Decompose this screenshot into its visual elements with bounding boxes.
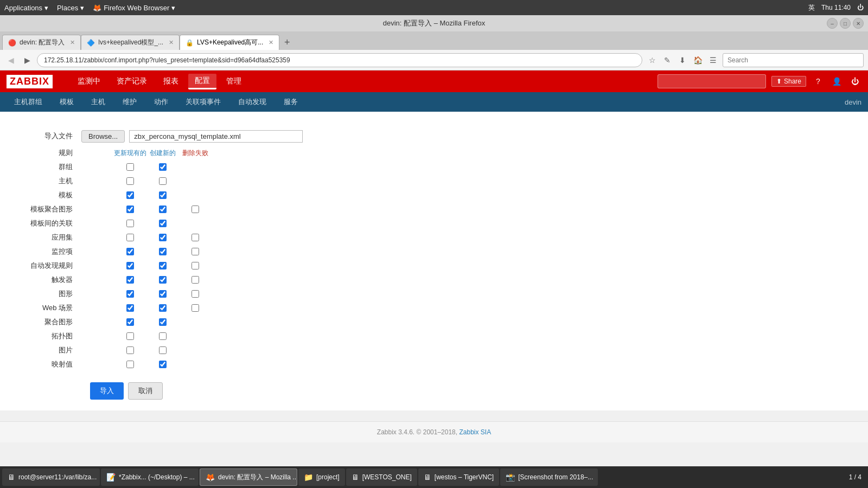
close-button[interactable]: ✕ bbox=[853, 18, 864, 29]
new-tab-button[interactable]: + bbox=[279, 35, 295, 50]
graphs-create-cb[interactable] bbox=[159, 290, 167, 298]
tlinks-update-cb[interactable] bbox=[126, 220, 134, 227]
tscreens-delete-cb[interactable] bbox=[192, 206, 199, 213]
sec-nav-hosts[interactable]: 主机 bbox=[84, 95, 113, 109]
logout-icon[interactable]: ⏻ bbox=[848, 75, 861, 88]
cancel-button[interactable]: 取消 bbox=[128, 382, 163, 400]
images-update-cb[interactable] bbox=[126, 346, 134, 354]
url-input[interactable] bbox=[37, 53, 642, 67]
task-westos-icon: 🖥 bbox=[352, 473, 359, 481]
sec-nav-maintenance[interactable]: 维护 bbox=[115, 95, 144, 109]
user-icon[interactable]: 👤 bbox=[830, 75, 843, 88]
groups-create-cb[interactable] bbox=[159, 163, 167, 171]
items-delete-cb[interactable] bbox=[192, 248, 199, 255]
row-maps: 拓扑图 bbox=[16, 329, 852, 343]
task-terminal[interactable]: 🖥 root@server11:/var/lib/za... bbox=[2, 468, 100, 486]
hosts-create-cb[interactable] bbox=[159, 177, 167, 185]
menu-icon[interactable]: ☰ bbox=[706, 54, 719, 67]
tlinks-create-cb[interactable] bbox=[159, 220, 167, 227]
nav-reports[interactable]: 报表 bbox=[157, 74, 185, 88]
sec-nav-services[interactable]: 服务 bbox=[276, 95, 305, 109]
minimize-button[interactable]: – bbox=[827, 18, 838, 29]
col-header-delete[interactable]: 删除失败 bbox=[179, 149, 212, 158]
graphs-create-cell bbox=[146, 290, 179, 298]
items-update-cb[interactable] bbox=[126, 248, 134, 255]
hosts-update-cb[interactable] bbox=[126, 177, 134, 185]
firefox-menu[interactable]: 🦊 Firefox Web Browser ▾ bbox=[93, 4, 175, 12]
nav-monitoring[interactable]: 监测中 bbox=[71, 74, 107, 88]
tab-3[interactable]: 🔒 LVS+Keepalived高可... ✕ bbox=[180, 35, 279, 50]
web-create-cb[interactable] bbox=[159, 304, 167, 312]
bookmark-edit-icon[interactable]: ✎ bbox=[661, 54, 674, 67]
footer-text: Zabbix 3.4.6. © 2001–2018, bbox=[377, 428, 457, 436]
zabbix-logo-box: ZABBIX bbox=[7, 75, 53, 88]
nav-configuration[interactable]: 配置 bbox=[188, 74, 216, 89]
templates-create-cb[interactable] bbox=[159, 191, 167, 199]
vmap-create-cb[interactable] bbox=[159, 361, 167, 368]
task-editor[interactable]: 📝 *Zabbix... (~/Desktop) – ... bbox=[101, 468, 199, 486]
forward-button[interactable]: ▶ bbox=[21, 54, 34, 67]
sec-nav-correlation[interactable]: 关联项事件 bbox=[178, 95, 228, 109]
web-delete-cb[interactable] bbox=[192, 304, 199, 312]
maps-create-cb[interactable] bbox=[159, 332, 167, 340]
nav-inventory[interactable]: 资产记录 bbox=[110, 74, 154, 88]
tscreens-update-cb[interactable] bbox=[126, 206, 134, 213]
import-button[interactable]: 导入 bbox=[90, 382, 124, 400]
screens-create-cb[interactable] bbox=[159, 318, 167, 326]
trig-create-cb[interactable] bbox=[159, 276, 167, 284]
help-icon[interactable]: ? bbox=[812, 75, 825, 88]
apps-update-cb[interactable] bbox=[126, 234, 134, 241]
screens-update-cb[interactable] bbox=[126, 318, 134, 326]
home-icon[interactable]: 🏠 bbox=[691, 54, 704, 67]
task-screenshot[interactable]: 📸 [Screenshot from 2018–... bbox=[500, 468, 598, 486]
templates-update-cb[interactable] bbox=[126, 191, 134, 199]
maps-update-cb[interactable] bbox=[126, 332, 134, 340]
task-firefox[interactable]: 🦊 devin: 配置导入 – Mozilla ... bbox=[200, 468, 297, 486]
graphs-update-cb[interactable] bbox=[126, 290, 134, 298]
tab-2-close[interactable]: ✕ bbox=[169, 39, 174, 46]
tab-1[interactable]: 🔴 devin: 配置导入 ✕ bbox=[2, 35, 81, 50]
images-create-cb[interactable] bbox=[159, 346, 167, 354]
disc-update-cb[interactable] bbox=[126, 262, 134, 269]
groups-update-cb[interactable] bbox=[126, 163, 134, 171]
sec-nav-discovery[interactable]: 自动发现 bbox=[231, 95, 274, 109]
vmap-update-cb[interactable] bbox=[126, 361, 134, 368]
disc-create-cb[interactable] bbox=[159, 262, 167, 269]
trig-delete-cb[interactable] bbox=[192, 276, 199, 284]
disc-delete-cb[interactable] bbox=[192, 262, 199, 269]
lang-indicator[interactable]: 英 bbox=[808, 3, 815, 12]
col-header-create[interactable]: 创建新的 bbox=[146, 149, 179, 158]
power-icon[interactable]: ⏻ bbox=[857, 4, 864, 11]
tscreens-create-cb[interactable] bbox=[159, 206, 167, 213]
sec-nav-actions[interactable]: 动作 bbox=[146, 95, 176, 109]
applications-menu[interactable]: Applications ▾ bbox=[4, 4, 48, 12]
back-button[interactable]: ◀ bbox=[4, 54, 17, 67]
download-icon[interactable]: ⬇ bbox=[676, 54, 689, 67]
col-header-update[interactable]: 更新现有的 bbox=[114, 149, 146, 158]
sec-nav-hostgroups[interactable]: 主机群组 bbox=[7, 95, 50, 109]
maximize-button[interactable]: □ bbox=[840, 18, 851, 29]
graphs-delete-cb[interactable] bbox=[192, 290, 199, 298]
task-project[interactable]: 📁 [project] bbox=[298, 468, 345, 486]
trig-update-cb[interactable] bbox=[126, 276, 134, 284]
nav-administration[interactable]: 管理 bbox=[220, 74, 248, 88]
search-input[interactable] bbox=[723, 53, 864, 67]
zabbix-search-input[interactable] bbox=[658, 74, 766, 88]
task-tigervnc[interactable]: 🖥 [westos – TigerVNC] bbox=[418, 468, 499, 486]
places-menu[interactable]: Places ▾ bbox=[57, 4, 84, 12]
web-update-cb[interactable] bbox=[126, 304, 134, 312]
browse-button[interactable]: Browse... bbox=[81, 130, 125, 143]
tab-1-close[interactable]: ✕ bbox=[70, 39, 75, 46]
tab-2[interactable]: 🔷 lvs+keepalived模型_... ✕ bbox=[81, 35, 180, 50]
footer-link[interactable]: Zabbix SIA bbox=[459, 428, 491, 436]
apps-delete-cb[interactable] bbox=[192, 234, 199, 241]
items-create-cb[interactable] bbox=[159, 248, 167, 255]
web-update-cell bbox=[114, 304, 146, 312]
task-westos[interactable]: 🖥 [WESTOS_ONE] bbox=[346, 468, 417, 486]
bookmark-star-icon[interactable]: ☆ bbox=[646, 54, 659, 67]
sec-nav-templates[interactable]: 模板 bbox=[52, 95, 81, 109]
apps-create-cb[interactable] bbox=[159, 234, 167, 241]
tab-3-close[interactable]: ✕ bbox=[269, 39, 273, 46]
file-input-row: Browse... zbx_percona_mysql_template.xml bbox=[81, 130, 303, 143]
share-button[interactable]: ⬆ Share bbox=[771, 76, 806, 87]
